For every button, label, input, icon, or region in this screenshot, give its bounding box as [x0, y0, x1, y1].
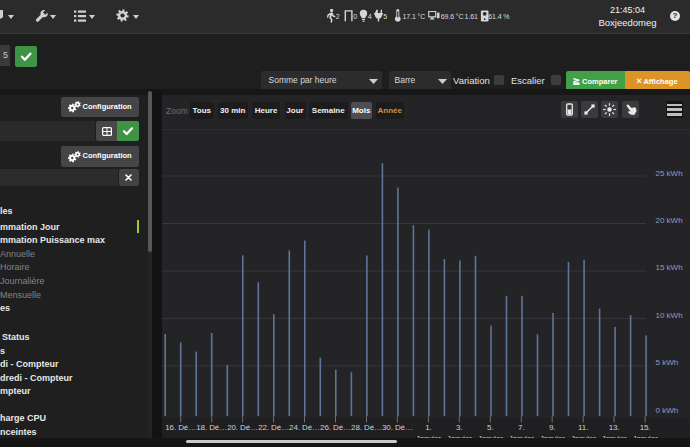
svg-text:24. Dé…: 24. Dé… [289, 423, 320, 432]
svg-text:13.: 13. [609, 423, 620, 432]
svg-text:22. Dé…: 22. Dé… [258, 423, 289, 432]
svg-text:5.: 5. [487, 423, 493, 432]
svg-text:3.: 3. [456, 423, 462, 432]
svg-text:20. Dé…: 20. Dé… [227, 423, 258, 432]
svg-text:25 kWh: 25 kWh [656, 169, 683, 178]
svg-text:1.: 1. [425, 423, 431, 432]
svg-text:10 kWh: 10 kWh [656, 311, 683, 320]
svg-text:18. Dé…: 18. Dé… [196, 423, 227, 432]
svg-text:30. Dé…: 30. Dé… [382, 423, 413, 432]
svg-text:11.: 11. [578, 423, 588, 432]
svg-text:15 kWh: 15 kWh [656, 263, 683, 272]
svg-text:26. Dé…: 26. Dé… [320, 423, 351, 432]
svg-text:16. Dé…: 16. Dé… [165, 423, 196, 432]
svg-text:15.: 15. [640, 423, 651, 432]
svg-text:9.: 9. [549, 423, 555, 432]
svg-text:28. Dé…: 28. Dé… [351, 423, 382, 432]
svg-text:20 kWh: 20 kWh [656, 216, 683, 225]
svg-text:7.: 7. [518, 423, 524, 432]
svg-text:5 kWh: 5 kWh [656, 358, 679, 367]
svg-text:0 kWh: 0 kWh [656, 406, 679, 415]
